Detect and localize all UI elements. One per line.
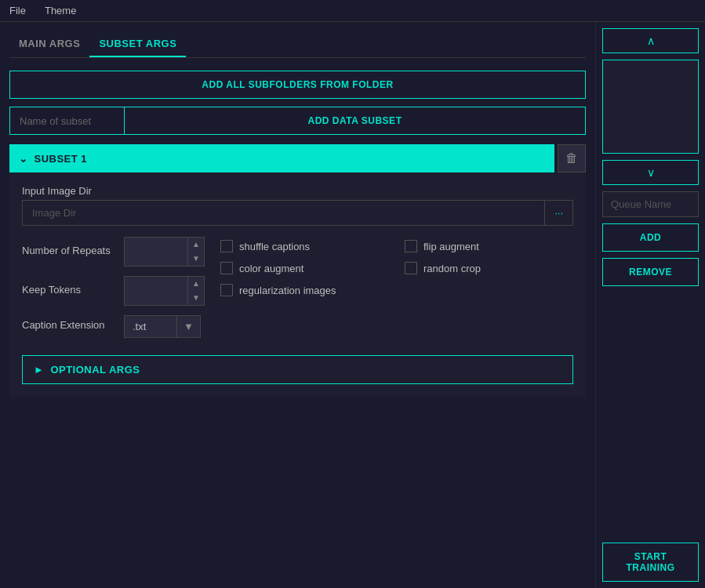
random-crop-label: random crop [423,263,481,274]
add-queue-button[interactable]: ADD [602,223,699,252]
spacer [602,292,699,536]
repeats-spinners: ▲ ▼ [187,238,204,266]
keep-tokens-up-button[interactable]: ▲ [188,277,204,291]
add-subset-row: ADD DATA SUBSET [9,107,586,135]
menu-bar: File Theme [0,0,705,22]
optional-args-label: OPTIONAL ARGS [50,364,140,376]
keep-tokens-input[interactable]: 0 [125,277,187,305]
browse-button[interactable]: ··· [544,201,572,225]
right-panel: ∧ ∨ ADD REMOVE START TRAINING [595,22,705,588]
regularization-images-checkbox[interactable]: regularization images [220,284,389,296]
regularization-images-label: regularization images [239,285,336,296]
caption-ext-row: Caption Extension .txt .caption ▼ [22,315,205,338]
caption-ext-select[interactable]: .txt .caption [125,316,176,337]
subset1-container: ⌄ SUBSET 1 🗑 Input Image Dir ··· [9,144,586,397]
file-menu[interactable]: File [6,3,29,18]
checkboxes-section: shuffle captions flip augment color augm… [220,237,573,296]
keep-tokens-label: Keep Tokens [22,284,116,296]
add-all-subfolders-button[interactable]: ADD ALL SUBFOLDERS FROM FOLDER [9,71,586,99]
keep-tokens-input-wrapper: 0 ▲ ▼ [124,276,205,306]
repeats-input[interactable]: 1 [125,238,187,266]
random-crop-box[interactable] [405,262,417,274]
shuffle-captions-checkbox[interactable]: shuffle captions [220,240,389,252]
repeats-input-wrapper: 1 ▲ ▼ [124,237,205,267]
repeats-up-button[interactable]: ▲ [188,238,204,252]
optional-args-chevron-icon: ► [34,364,44,376]
subset1-label: SUBSET 1 [35,153,88,165]
color-augment-label: color augment [239,263,303,274]
optional-args-section: ► OPTIONAL ARGS [22,355,573,384]
right-panel-inner: ∧ ∨ ADD REMOVE START TRAINING [602,28,699,582]
main-layout: MAIN ARGS SUBSET ARGS ADD ALL SUBFOLDERS… [0,22,705,588]
trash-icon: 🗑 [565,151,578,165]
subset1-header[interactable]: ⌄ SUBSET 1 [9,144,554,172]
keep-tokens-row: Keep Tokens 0 ▲ ▼ [22,276,205,306]
subset1-chevron-icon: ⌄ [19,153,28,165]
tabs-container: MAIN ARGS SUBSET ARGS [9,31,586,58]
left-panel: MAIN ARGS SUBSET ARGS ADD ALL SUBFOLDERS… [0,22,595,588]
color-augment-checkbox[interactable]: color augment [220,262,389,274]
image-dir-row: Input Image Dir ··· [22,185,573,226]
collapse-icon: ∧ [647,34,655,47]
top-scroll-panel[interactable] [602,60,699,154]
optional-args-header[interactable]: ► OPTIONAL ARGS [23,356,572,383]
image-dir-label: Input Image Dir [22,185,573,197]
regularization-images-box[interactable] [220,284,233,296]
expand-icon: ∨ [647,166,655,179]
add-data-subset-button[interactable]: ADD DATA SUBSET [124,107,585,134]
shuffle-captions-label: shuffle captions [239,241,310,252]
repeats-label: Number of Repeats [22,245,116,256]
select-arrow-icon: ▼ [176,316,200,337]
random-crop-checkbox[interactable]: random crop [405,262,573,274]
flip-augment-label: flip augment [423,241,479,252]
expand-button[interactable]: ∨ [602,160,699,185]
theme-menu[interactable]: Theme [42,3,79,18]
fields-left: Number of Repeats 1 ▲ ▼ Keep T [22,237,205,347]
color-augment-box[interactable] [220,262,233,274]
caption-ext-select-wrapper: .txt .caption ▼ [124,315,201,338]
keep-tokens-spinners: ▲ ▼ [187,277,204,305]
remove-queue-button[interactable]: REMOVE [602,258,699,286]
repeats-down-button[interactable]: ▼ [188,252,204,266]
flip-augment-box[interactable] [405,240,417,252]
tab-subset-args[interactable]: SUBSET ARGS [89,31,186,57]
repeats-row: Number of Repeats 1 ▲ ▼ [22,237,205,267]
subset1-body: Input Image Dir ··· Number of Repeats [9,172,586,397]
keep-tokens-down-button[interactable]: ▼ [188,291,204,305]
tab-main-args[interactable]: MAIN ARGS [9,31,89,57]
flip-augment-checkbox[interactable]: flip augment [405,240,573,252]
subset1-header-left: ⌄ SUBSET 1 [19,153,87,165]
subset-name-input[interactable] [10,107,124,134]
queue-name-input[interactable] [602,191,699,217]
subset1-delete-button[interactable]: 🗑 [558,144,586,172]
shuffle-captions-box[interactable] [220,240,233,252]
collapse-button[interactable]: ∧ [602,28,699,53]
start-training-button[interactable]: START TRAINING [602,543,699,582]
caption-ext-label: Caption Extension [22,319,116,331]
image-dir-input[interactable] [23,201,544,225]
image-dir-field-row: ··· [22,200,573,226]
